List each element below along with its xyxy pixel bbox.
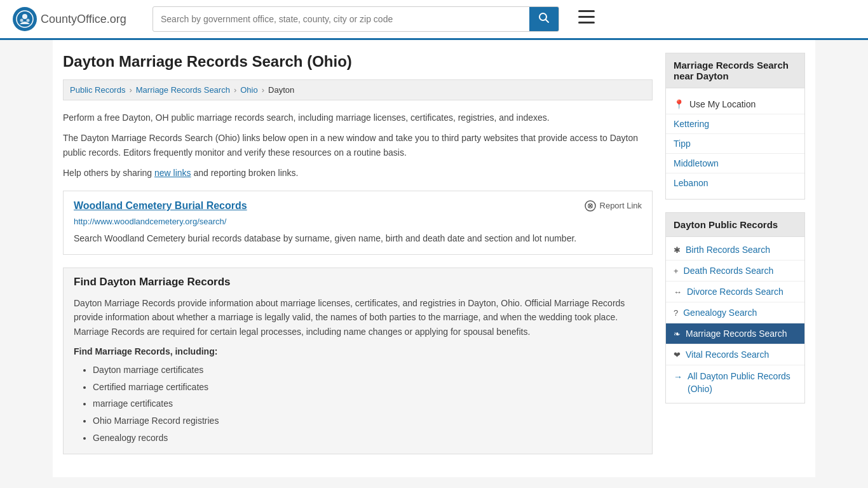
report-icon bbox=[585, 200, 596, 212]
records-list-heading: Find Marriage Records, including: bbox=[74, 346, 642, 356]
record-type-icon: ↔ bbox=[674, 287, 682, 297]
svg-point-2 bbox=[20, 19, 24, 22]
record-link-header: Woodland Cemetery Burial Records Report … bbox=[74, 200, 642, 212]
find-records-title: Find Dayton Marriage Records bbox=[74, 276, 642, 288]
sidebar-record-item[interactable]: ?Genealogy Search bbox=[666, 302, 804, 323]
list-item: marriage certificates bbox=[93, 395, 642, 412]
arrow-icon: → bbox=[674, 371, 682, 384]
find-records-body: Dayton Marriage Records provide informat… bbox=[74, 296, 642, 339]
svg-rect-8 bbox=[578, 22, 595, 24]
sidebar-public-title: Dayton Public Records bbox=[665, 212, 805, 236]
record-link-desc: Search Woodland Cemetery burial records … bbox=[74, 231, 642, 245]
sidebar-nearby: Marriage Records Search near Dayton 📍 Us… bbox=[665, 53, 805, 200]
list-item: Genealogy records bbox=[93, 430, 642, 447]
search-button[interactable] bbox=[529, 7, 559, 31]
breadcrumb-ohio[interactable]: Ohio bbox=[240, 85, 257, 95]
svg-rect-6 bbox=[578, 10, 595, 12]
record-type-icon: ❧ bbox=[674, 329, 681, 339]
sidebar-location-item[interactable]: Tipp bbox=[666, 134, 804, 154]
intro-text-3: Help others by sharing new links and rep… bbox=[63, 166, 653, 180]
menu-button[interactable] bbox=[578, 10, 595, 28]
svg-rect-7 bbox=[578, 16, 595, 18]
use-location-item[interactable]: 📍 Use My Location bbox=[666, 95, 804, 114]
sidebar-nearby-body: 📍 Use My Location KetteringTippMiddletow… bbox=[665, 88, 805, 200]
list-item: Certified marriage certificates bbox=[93, 379, 642, 396]
page-title: Dayton Marriage Records Search (Ohio) bbox=[63, 53, 653, 71]
new-links-link[interactable]: new links bbox=[154, 168, 191, 178]
record-link-title[interactable]: Woodland Cemetery Burial Records bbox=[74, 200, 247, 212]
logo-icon bbox=[13, 7, 37, 31]
record-item-label: Marriage Records Search bbox=[686, 329, 787, 339]
sidebar-record-item[interactable]: ↔Divorce Records Search bbox=[666, 281, 804, 302]
record-type-icon: ✱ bbox=[674, 245, 681, 255]
pin-icon: 📍 bbox=[674, 99, 684, 109]
content: Dayton Marriage Records Search (Ohio) Pu… bbox=[63, 53, 653, 464]
list-item: Dayton marriage certificates bbox=[93, 362, 642, 379]
all-records-label: All Dayton Public Records (Ohio) bbox=[688, 370, 797, 395]
sidebar: Marriage Records Search near Dayton 📍 Us… bbox=[665, 53, 805, 464]
record-type-icon: + bbox=[674, 266, 679, 276]
sidebar-location-item[interactable]: Lebanon bbox=[666, 173, 804, 193]
report-link[interactable]: Report Link bbox=[585, 200, 642, 212]
breadcrumb-dayton: Dayton bbox=[268, 85, 294, 95]
header: CountyOffice.org bbox=[0, 0, 868, 40]
sidebar-nearby-title: Marriage Records Search near Dayton bbox=[665, 53, 805, 88]
list-item: Ohio Marriage Record registries bbox=[93, 412, 642, 430]
record-type-icon: ? bbox=[674, 308, 678, 318]
record-link-section: Woodland Cemetery Burial Records Report … bbox=[63, 191, 653, 255]
record-item-label: Divorce Records Search bbox=[687, 287, 783, 297]
records-list: Dayton marriage certificatesCertified ma… bbox=[74, 362, 642, 446]
logo-text[interactable]: CountyOffice.org bbox=[41, 13, 126, 26]
all-records-link[interactable]: →All Dayton Public Records (Ohio) bbox=[666, 365, 804, 400]
intro-section: Perform a free Dayton, OH public marriag… bbox=[63, 111, 653, 180]
record-item-label: Birth Records Search bbox=[686, 245, 770, 255]
logo-area: CountyOffice.org bbox=[13, 7, 140, 31]
sidebar-record-item[interactable]: ✱Birth Records Search bbox=[666, 240, 804, 261]
sidebar-public-body: ✱Birth Records Search+Death Records Sear… bbox=[665, 236, 805, 403]
use-location-label: Use My Location bbox=[689, 99, 756, 109]
breadcrumb-public-records[interactable]: Public Records bbox=[70, 85, 125, 95]
svg-line-5 bbox=[546, 20, 549, 23]
sidebar-record-item[interactable]: +Death Records Search bbox=[666, 261, 804, 281]
intro-text-1: Perform a free Dayton, OH public marriag… bbox=[63, 111, 653, 125]
svg-point-1 bbox=[22, 14, 27, 19]
svg-point-3 bbox=[27, 19, 30, 22]
record-item-label: Death Records Search bbox=[684, 266, 774, 276]
sidebar-record-item[interactable]: ❤Vital Records Search bbox=[666, 344, 804, 365]
intro-text-2: The Dayton Marriage Records Search (Ohio… bbox=[63, 131, 653, 159]
sidebar-public-records: Dayton Public Records ✱Birth Records Sea… bbox=[665, 212, 805, 403]
breadcrumb-marriage-records[interactable]: Marriage Records Search bbox=[136, 85, 230, 95]
record-item-label: Vital Records Search bbox=[686, 349, 769, 360]
sidebar-location-item[interactable]: Kettering bbox=[666, 114, 804, 134]
search-area bbox=[153, 6, 559, 32]
search-input[interactable] bbox=[153, 9, 529, 29]
find-records-section: Find Dayton Marriage Records Dayton Marr… bbox=[63, 268, 653, 454]
record-link-url[interactable]: http://www.woodlandcemetery.org/search/ bbox=[74, 217, 642, 226]
breadcrumb: Public Records › Marriage Records Search… bbox=[63, 79, 653, 100]
sidebar-record-item[interactable]: ❧Marriage Records Search bbox=[666, 323, 804, 344]
record-item-label: Genealogy Search bbox=[683, 308, 757, 318]
main-layout: Dayton Marriage Records Search (Ohio) Pu… bbox=[53, 40, 815, 477]
sidebar-location-item[interactable]: Middletown bbox=[666, 154, 804, 173]
record-type-icon: ❤ bbox=[674, 350, 681, 360]
